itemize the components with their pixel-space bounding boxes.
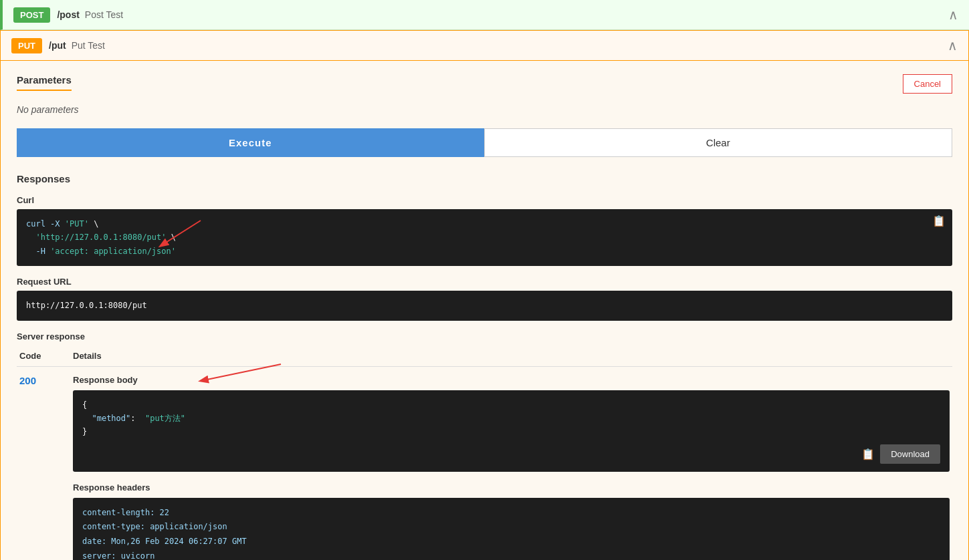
response-headers-label: Response headers <box>73 482 950 493</box>
download-button[interactable]: Download <box>880 444 940 464</box>
action-buttons: Execute Clear <box>17 128 952 157</box>
server-response-label: Server response <box>17 331 952 341</box>
response-body-label: Response body <box>73 375 950 385</box>
post-method-badge: POST <box>13 7 50 23</box>
put-section: PUT /put Put Test ∧ Parameters Cancel No… <box>0 30 969 560</box>
post-bar: POST /post Post Test ∧ <box>0 0 969 30</box>
cancel-button[interactable]: Cancel <box>903 74 952 94</box>
request-url-block: http://127.0.0.1:8080/put <box>17 291 952 320</box>
response-code-200: 200 <box>17 366 70 560</box>
put-bar: PUT /put Put Test ∧ <box>1 31 968 61</box>
response-body-block: { "method": "put方法" } 📋 Download <box>73 390 950 472</box>
request-url-label: Request URL <box>17 277 952 287</box>
post-path: /post <box>57 9 79 20</box>
response-table: Code Details 200 Response body { "method… <box>17 345 952 560</box>
response-body-copy-button[interactable]: 📋 <box>861 444 875 464</box>
response-headers-block: content-length: 22 content-type: applica… <box>73 498 950 560</box>
put-method-badge: PUT <box>11 38 42 53</box>
curl-copy-button[interactable]: 📋 <box>932 215 946 227</box>
parameters-title: Parameters <box>17 74 72 91</box>
table-row: 200 Response body { "method": "put方法" } … <box>17 366 952 560</box>
responses-heading: Responses <box>17 173 952 184</box>
clear-button[interactable]: Clear <box>484 128 953 157</box>
no-parameters-text: No parameters <box>17 104 952 115</box>
content-area: Parameters Cancel No parameters Execute … <box>1 61 968 560</box>
put-collapse-icon[interactable]: ∧ <box>948 37 958 53</box>
put-path: /put <box>49 40 66 51</box>
request-url-value: http://127.0.0.1:8080/put <box>26 301 147 310</box>
response-details-cell: Response body { "method": "put方法" } 📋 Do… <box>70 366 952 560</box>
post-collapse-icon[interactable]: ∧ <box>948 7 958 23</box>
post-description: Post Test <box>85 9 123 20</box>
curl-label: Curl <box>17 195 952 205</box>
code-header: Code <box>17 345 70 367</box>
execute-button[interactable]: Execute <box>17 128 484 157</box>
curl-block: curl -X 'PUT' \ 'http://127.0.0.1:8080/p… <box>17 209 952 266</box>
put-description: Put Test <box>72 40 105 51</box>
details-header: Details <box>70 345 952 367</box>
